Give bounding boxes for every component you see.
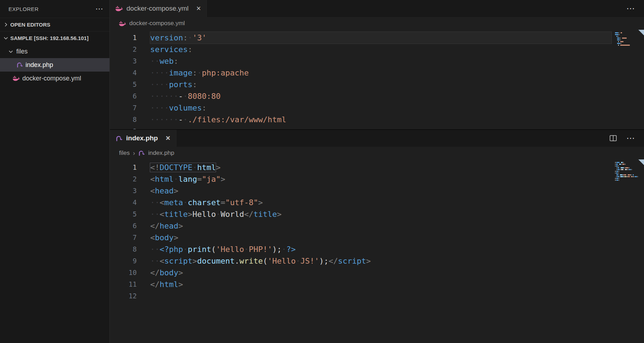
editor-group-bottom: index.php × ⋯ files › xyxy=(110,129,644,343)
code-line[interactable]: 7<body> xyxy=(110,232,644,243)
code-area[interactable]: 1version:·'3'2services:3··web:4····image… xyxy=(110,30,644,129)
breadcrumb-item[interactable]: docker-compose.yml xyxy=(129,20,185,27)
line-number[interactable]: 4 xyxy=(110,67,137,79)
line-number[interactable]: 7 xyxy=(110,102,137,114)
line-number[interactable]: 10 xyxy=(110,267,137,279)
overview-cursor-marker xyxy=(638,159,644,165)
overview-cursor-marker xyxy=(638,30,644,35)
close-icon[interactable]: × xyxy=(196,5,201,12)
tab-label: index.php xyxy=(126,134,158,142)
tab-bar: docker-compose.yml × ⋯ xyxy=(110,0,644,17)
line-number[interactable]: 3 xyxy=(110,185,137,197)
line-number[interactable]: 9 xyxy=(110,255,137,267)
code-line[interactable]: 9··<script>document.write('Hello·JS!');<… xyxy=(110,255,644,267)
breadcrumb-item[interactable]: index.php xyxy=(148,150,174,157)
split-editor-icon[interactable] xyxy=(609,134,617,142)
chevron-right-icon xyxy=(3,22,9,28)
minimap[interactable] xyxy=(615,162,638,183)
editor-actions: ⋯ xyxy=(617,0,644,17)
line-number[interactable]: 1 xyxy=(110,162,137,173)
line-number[interactable]: 7 xyxy=(110,232,137,243)
file-tree: files index.php xyxy=(0,45,109,85)
code-line[interactable]: 9 xyxy=(110,125,644,129)
explorer-sidebar: EXPLORER ⋯ OPEN EDITORS SAMPLE [SSH: 192… xyxy=(0,0,110,343)
code-line[interactable]: 8······-·./files:/var/www/html xyxy=(110,114,644,125)
line-number[interactable]: 12 xyxy=(110,290,137,302)
line-number[interactable]: 2 xyxy=(110,173,137,185)
code-line[interactable]: 11</html> xyxy=(110,279,644,290)
open-editors-label: OPEN EDITORS xyxy=(10,22,50,28)
code-line[interactable]: 7····volumes: xyxy=(110,102,644,114)
editor-actions: ⋯ xyxy=(600,130,644,147)
explorer-title: EXPLORER xyxy=(9,6,39,12)
line-number[interactable]: 8 xyxy=(110,114,137,125)
code-lines: 1<!DOCTYPE·html>2<html·lang="ja">3<head>… xyxy=(110,159,644,302)
code-lines: 1version:·'3'2services:3··web:4····image… xyxy=(110,30,644,129)
code-line[interactable]: 5··<title>Hello·World</title> xyxy=(110,208,644,220)
php-file-icon xyxy=(115,135,123,142)
vscode-window: EXPLORER ⋯ OPEN EDITORS SAMPLE [SSH: 192… xyxy=(0,0,644,343)
tree-item-index-php[interactable]: index.php xyxy=(0,58,109,72)
line-number[interactable]: 11 xyxy=(110,279,137,290)
line-number[interactable]: 1 xyxy=(110,32,137,44)
code-line[interactable]: 2<html·lang="ja"> xyxy=(110,173,644,185)
chevron-down-icon xyxy=(3,35,9,41)
line-number[interactable]: 4 xyxy=(110,197,137,208)
line-number[interactable]: 5 xyxy=(110,79,137,90)
code-line[interactable]: 8··<?php·print('Hello·PHP!');·?> xyxy=(110,243,644,255)
open-editors-section-header[interactable]: OPEN EDITORS xyxy=(0,18,109,31)
workspace-label: SAMPLE [SSH: 192.168.56.101] xyxy=(10,35,89,41)
code-line[interactable]: 1<!DOCTYPE·html> xyxy=(110,162,644,173)
code-line[interactable]: 2services: xyxy=(110,44,644,55)
chevron-down-icon xyxy=(8,49,14,55)
workspace-section-header[interactable]: SAMPLE [SSH: 192.168.56.101] xyxy=(0,31,109,45)
code-line[interactable]: 10</body> xyxy=(110,267,644,279)
editor-area: docker-compose.yml × ⋯ docker-compose.ym… xyxy=(110,0,644,343)
docker-file-icon xyxy=(115,6,123,11)
tree-item-label: docker-compose.yml xyxy=(22,75,81,82)
code-line[interactable]: 6······-·8080:80 xyxy=(110,90,644,102)
line-number[interactable]: 9 xyxy=(110,125,137,129)
tree-item-label: index.php xyxy=(26,61,53,69)
tree-item-label: files xyxy=(16,48,28,55)
explorer-more-actions-icon[interactable]: ⋯ xyxy=(95,5,103,13)
minimap-line xyxy=(615,181,638,183)
breadcrumb[interactable]: docker-compose.yml xyxy=(110,17,644,30)
close-icon[interactable]: × xyxy=(166,134,170,142)
tab-docker-compose-yml[interactable]: docker-compose.yml × xyxy=(110,0,207,17)
chevron-right-icon: › xyxy=(133,150,135,157)
docker-file-icon xyxy=(13,75,20,81)
code-line[interactable]: 4····image:·php:apache xyxy=(110,67,644,79)
tab-label: docker-compose.yml xyxy=(126,5,188,12)
code-line[interactable]: 5····ports: xyxy=(110,79,644,90)
tab-bar: index.php × ⋯ xyxy=(110,130,644,147)
explorer-header: EXPLORER ⋯ xyxy=(0,0,109,18)
minimap[interactable] xyxy=(615,32,638,48)
php-file-icon xyxy=(16,62,23,68)
code-area[interactable]: 1<!DOCTYPE·html>2<html·lang="ja">3<head>… xyxy=(110,159,644,343)
line-number[interactable]: 6 xyxy=(110,90,137,102)
docker-file-icon xyxy=(119,21,126,26)
tab-index-php[interactable]: index.php × xyxy=(110,130,176,147)
code-line[interactable]: 6</head> xyxy=(110,220,644,232)
more-actions-icon[interactable]: ⋯ xyxy=(626,4,635,13)
line-number[interactable]: 2 xyxy=(110,44,137,55)
line-number[interactable]: 3 xyxy=(110,55,137,67)
code-line[interactable]: 3<head> xyxy=(110,185,644,197)
tree-item-docker-compose[interactable]: docker-compose.yml xyxy=(0,72,109,85)
code-line[interactable]: 3··web: xyxy=(110,55,644,67)
code-line[interactable]: 1version:·'3' xyxy=(110,32,644,44)
tree-item-files-folder[interactable]: files xyxy=(0,45,109,58)
line-number[interactable]: 8 xyxy=(110,243,137,255)
line-number[interactable]: 6 xyxy=(110,220,137,232)
php-file-icon xyxy=(138,150,145,156)
code-line[interactable]: 4··<meta·charset="utf-8"> xyxy=(110,197,644,208)
breadcrumb[interactable]: files › index.php xyxy=(110,147,644,159)
line-number[interactable]: 5 xyxy=(110,208,137,220)
code-line[interactable]: 12 xyxy=(110,290,644,302)
breadcrumb-item[interactable]: files xyxy=(119,150,130,157)
editor-group-top: docker-compose.yml × ⋯ docker-compose.ym… xyxy=(110,0,644,129)
more-actions-icon[interactable]: ⋯ xyxy=(626,134,635,142)
minimap-line xyxy=(615,46,638,48)
